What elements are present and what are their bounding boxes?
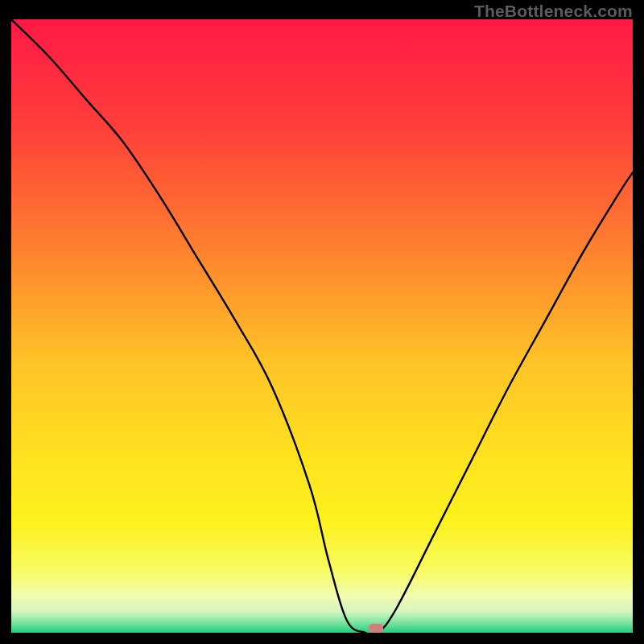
bottleneck-chart xyxy=(11,19,633,633)
gradient-background xyxy=(11,19,633,633)
optimal-marker xyxy=(369,624,383,633)
chart-frame xyxy=(11,19,633,633)
watermark-text: TheBottleneck.com xyxy=(474,2,633,21)
